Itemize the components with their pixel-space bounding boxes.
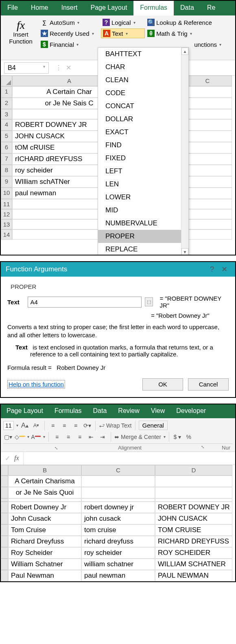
cell[interactable]: John Cusack [8,513,81,524]
cell[interactable]: tom cruise [81,524,155,536]
cell[interactable] [183,188,232,199]
cell[interactable]: Richard Dreyfuss [8,536,81,547]
tab-page-layout[interactable]: Page Layout [84,1,133,15]
expand-icon[interactable]: ⤡ [55,446,58,450]
tab-data[interactable]: Data [174,1,201,15]
cell[interactable]: Roy Scheider [8,547,81,559]
tab-view[interactable]: View [145,404,170,418]
cell[interactable]: roy scheider [81,547,155,559]
help-link[interactable]: Help on this function [7,380,65,389]
cell[interactable] [183,142,232,153]
tab-insert[interactable]: Insert [55,1,84,15]
cell[interactable] [183,153,232,165]
chevron-down-icon[interactable]: ▾ [16,423,18,428]
text-fn-dollar[interactable]: DOLLAR [98,113,188,126]
cell[interactable]: or Je Ne Sais Quoi [8,487,81,498]
cell[interactable]: ROBERT DOWNEY JR [155,502,232,513]
text-fn-lower[interactable]: LOWER [98,191,188,204]
row-header[interactable]: 6 [1,142,12,153]
border-button[interactable]: ▢▾ [3,432,13,442]
tab-data[interactable]: Data [87,404,113,418]
merge-center-button[interactable]: ⬌Merge & Center▾ [114,432,166,442]
decrease-indent-button[interactable]: ⇤ [86,432,96,442]
cell[interactable] [183,131,232,142]
orientation-button[interactable]: ⟳▾ [82,421,92,430]
row-header[interactable]: 7 [1,153,12,165]
tab-formulas[interactable]: Formulas [49,404,87,418]
math-trig-button[interactable]: θMath & Trig▾ [146,28,223,38]
row-header[interactable]: 10 [1,188,12,199]
cancel-button[interactable]: Cancel [188,378,229,391]
row-header[interactable]: 2 [1,98,12,109]
cell[interactable]: William Schatner [8,559,81,570]
cell[interactable] [183,219,232,229]
chevron-down-icon[interactable]: ▾ [43,434,45,439]
check-icon[interactable]: ✓ [5,454,10,462]
row-header[interactable]: 14 [1,229,12,240]
cell[interactable]: paul newman [81,570,155,581]
cell[interactable]: robert downey jr [81,502,155,513]
worksheet-grid[interactable]: B C D [1,465,235,476]
tab-formulas[interactable]: Formulas [133,1,174,15]
row-header[interactable]: 3 [1,109,12,119]
cell[interactable] [183,109,232,119]
cell[interactable]: richard dreyfuss [81,536,155,547]
increase-indent-button[interactable]: ⇥ [98,432,107,442]
cell[interactable]: Tom Cruise [8,524,81,536]
help-button[interactable]: ? [206,264,218,274]
row-header[interactable]: 9 [1,176,12,188]
col-header-c[interactable]: C [183,76,232,86]
align-middle-button[interactable]: ≡ [59,421,69,430]
tab-review-trunc[interactable]: Re [201,1,222,15]
cell[interactable]: RICHARD DREYFUSS [155,536,232,547]
cell[interactable]: john cusack [81,513,155,524]
cell[interactable] [8,498,81,502]
ok-button[interactable]: OK [142,378,183,391]
row-header[interactable]: 1 [1,86,12,98]
align-left-button[interactable]: ≡ [52,432,62,442]
row-header[interactable]: 5 [1,131,12,142]
formula-bar[interactable] [23,452,235,465]
cell[interactable] [183,165,232,176]
lookup-button[interactable]: 🔍Lookup & Reference [146,18,223,27]
align-bottom-button[interactable]: ≡ [71,421,81,430]
wrap-text-button[interactable]: ⮐Wrap Text [99,421,132,430]
text-fn-numbervalue[interactable]: NUMBERVALUE [98,217,188,230]
text-fn-replace[interactable]: REPLACE [98,243,188,255]
cell[interactable] [183,86,232,98]
scroll-down-icon[interactable]: ▼ [181,248,188,255]
cell[interactable] [155,487,232,498]
recently-used-button[interactable]: ★Recently Used▾ [39,28,100,38]
font-size-input[interactable]: 11 [3,421,14,430]
scroll-up-icon[interactable]: ▲ [181,48,188,55]
tab-home[interactable]: Home [24,1,55,15]
expand-icon[interactable]: ⤡ [201,445,204,449]
row-header[interactable]: 13 [1,219,12,229]
text-fn-len[interactable]: LEN [98,178,188,191]
text-fn-mid[interactable]: MID [98,204,188,217]
text-fn-clean[interactable]: CLEAN [98,74,188,87]
text-fn-exact[interactable]: EXACT [98,126,188,139]
cell[interactable]: Paul Newman [8,570,81,581]
name-box[interactable]: B4 ▾ [4,62,49,74]
row-header[interactable]: 8 [1,165,12,176]
close-button[interactable]: ✕ [218,264,230,274]
text-fn-bahttext[interactable]: BAHTTEXT [98,48,188,61]
cell[interactable] [183,98,232,109]
row-header[interactable]: 11 [1,199,12,209]
cell[interactable]: william schatner [81,559,155,570]
percent-button[interactable]: % [184,432,194,442]
cell[interactable] [81,487,155,498]
currency-button[interactable]: $ ▾ [173,432,182,442]
autosum-button[interactable]: ∑AutoSum▾ [39,18,100,27]
text-fn-proper[interactable]: PROPER [98,230,188,243]
cell[interactable] [81,476,155,487]
text-fn-code[interactable]: CODE [98,87,188,100]
dropdown-scrollbar[interactable]: ▲ ▼ [181,48,188,255]
cell[interactable] [183,229,232,240]
chevron-down-icon[interactable]: ▾ [27,434,29,439]
cell[interactable] [183,176,232,188]
decrease-font-button[interactable]: A▾ [31,421,41,430]
cell[interactable]: JOHN CUSACK [155,513,232,524]
tab-page-layout[interactable]: Page Layout [1,404,49,418]
